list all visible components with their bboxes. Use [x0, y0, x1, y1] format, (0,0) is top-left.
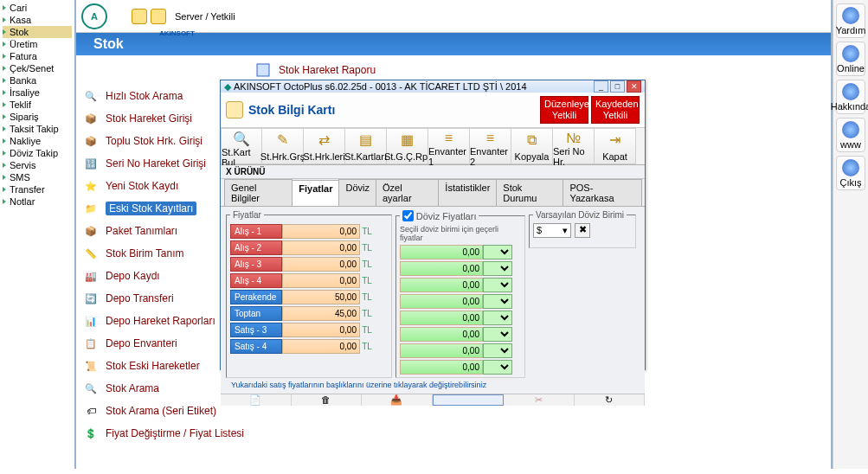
footer-delete-button[interactable]: 🗑 [292, 394, 363, 406]
tree-item[interactable]: Sipariş [3, 111, 72, 123]
tool-stkartlar[interactable]: ▤St.Kartları [345, 128, 387, 164]
tool-envanter[interactable]: ≡Envanter 1 [428, 128, 470, 164]
fx-currency-select[interactable] [483, 311, 512, 325]
footer-cut-button[interactable]: ✂ [504, 394, 575, 406]
tree-item[interactable]: Stok [3, 26, 72, 38]
server-icon[interactable] [151, 9, 166, 24]
fx-price-input[interactable] [400, 294, 483, 309]
tree-item[interactable]: Cari [3, 2, 72, 14]
tab-özel-ayarlar[interactable]: Özel ayarlar [376, 179, 439, 206]
statusbar [0, 469, 868, 474]
tab-stok-durumu[interactable]: Stok Durumu [496, 179, 563, 206]
fx-price-input[interactable] [400, 261, 483, 276]
rightbar-online[interactable]: Online [836, 42, 865, 76]
fx-currency-select[interactable] [483, 360, 512, 375]
maximize-button[interactable]: □ [610, 80, 625, 93]
fx-enable-checkbox[interactable] [402, 210, 414, 221]
price-label[interactable]: Toptan [230, 306, 282, 321]
editor-badge[interactable]: DüzenleyenYetkili [540, 96, 588, 124]
rightbar-çıkış[interactable]: Çıkış [836, 156, 865, 190]
tree-item[interactable]: Üretim [3, 38, 72, 50]
tool-stkartbul[interactable]: 🔍St.Kart Bul [221, 128, 262, 164]
tool-icon: ✎ [273, 131, 293, 150]
price-input[interactable] [282, 224, 360, 239]
tree-item[interactable]: İrsaliye [3, 86, 72, 99]
tab-genel-bilgiler[interactable]: Genel Bilgiler [224, 179, 293, 206]
globe-icon [842, 45, 859, 62]
tab-i̇statistikler[interactable]: İstatistikler [438, 179, 497, 206]
tree-item[interactable]: Notlar [3, 195, 72, 208]
price-label[interactable]: Alış - 2 [230, 240, 282, 255]
tree-item[interactable]: SMS [3, 171, 72, 183]
price-input[interactable] [282, 306, 360, 321]
tree-item[interactable]: Transfer [3, 183, 72, 195]
price-input[interactable] [282, 323, 360, 337]
price-label[interactable]: Satış - 4 [230, 339, 282, 354]
footer-save-button[interactable]: 📥 [362, 394, 433, 406]
tree-item[interactable]: Banka [3, 74, 72, 86]
rightbar-hakkında[interactable]: Hakkında [836, 80, 865, 114]
price-input[interactable] [282, 290, 360, 304]
fx-price-input[interactable] [400, 278, 483, 292]
tab-döviz[interactable]: Döviz [338, 179, 376, 206]
fx-currency-select[interactable] [483, 327, 512, 342]
fx-price-input[interactable] [400, 343, 483, 358]
price-group: Fiyatlar Alış - 1TLAlış - 2TLAlış - 3TLA… [226, 210, 392, 378]
fx-currency-select[interactable] [483, 278, 512, 292]
tool-stgrp[interactable]: ▦St.G.Ç.Rp. [387, 128, 428, 164]
rightbar-yardım[interactable]: Yardım [836, 3, 865, 38]
fx-price-input[interactable] [400, 327, 483, 342]
fx-price-input[interactable] [400, 245, 483, 259]
tree-item[interactable]: Kasa [3, 14, 72, 26]
lock-icon[interactable] [132, 9, 147, 24]
menu-icon: 🔢 [81, 155, 100, 172]
price-label[interactable]: Perakende [230, 290, 282, 304]
price-label[interactable]: Satış - 3 [230, 323, 282, 337]
card-icon [226, 101, 243, 118]
tool-sthrkleri[interactable]: ⇄St.Hrk.leri [304, 128, 345, 164]
tab-fiyatlar[interactable]: Fiyatlar [292, 180, 339, 207]
tool-envanter[interactable]: ≡Envanter 2 [470, 128, 511, 164]
footer-redo-button[interactable]: ↻ [575, 394, 646, 406]
price-input[interactable] [282, 339, 360, 354]
fx-currency-select[interactable] [483, 294, 512, 309]
fx-currency-select[interactable] [483, 261, 512, 276]
tree-item[interactable]: Çek/Senet [3, 62, 72, 74]
tool-serinohr[interactable]: №Seri No Hr. [553, 128, 595, 164]
menu-label: Depo Hareket Raporları [106, 315, 215, 327]
footer-new-button[interactable]: 📄 [221, 394, 292, 406]
minimize-button[interactable]: _ [594, 80, 608, 93]
menu-item-hidden[interactable]: Stok Hareket Raporu [253, 59, 827, 81]
currency-label: TL [360, 309, 374, 318]
tool-kopyala[interactable]: ⧉Kopyala [511, 128, 553, 164]
tree-item[interactable]: Döviz Takip [3, 147, 72, 159]
rightbar-www[interactable]: www [836, 118, 865, 152]
fx-price-input[interactable] [400, 360, 483, 375]
dialog-titlebar[interactable]: ◆ AKINSOFT OctoPlus s6.02.25d - 0013 - A… [221, 80, 645, 93]
tab-pos-yazarkasa[interactable]: POS-Yazarkasa [563, 179, 642, 206]
tree-item[interactable]: Teklif [3, 99, 72, 111]
tree-item[interactable]: Servis [3, 159, 72, 171]
tool-kapat[interactable]: ⇥Kapat [595, 128, 636, 164]
price-label[interactable]: Alış - 3 [230, 257, 282, 272]
refresh-cur-button[interactable]: ✖ [575, 223, 590, 238]
price-input[interactable] [282, 257, 360, 272]
tree-item[interactable]: Taksit Takip [3, 123, 72, 135]
tree-item[interactable]: Fatura [3, 50, 72, 62]
footer-action-button[interactable] [433, 394, 505, 406]
fx-currency-select[interactable] [483, 343, 512, 358]
tool-sthrkgr[interactable]: ✎St.Hrk.Grş [262, 128, 304, 164]
svg-rect-0 [257, 64, 269, 76]
default-cur-select[interactable]: $ ▾ [533, 223, 571, 238]
price-label[interactable]: Alış - 4 [230, 273, 282, 288]
tree-item[interactable]: Nakliye [3, 135, 72, 147]
price-label[interactable]: Alış - 1 [230, 224, 282, 239]
fx-currency-select[interactable] [483, 245, 512, 259]
stok-menu-item[interactable]: 💲Fiyat Değiştirme / Fiyat Listesi [80, 422, 827, 445]
price-input[interactable] [282, 273, 360, 288]
menu-icon: 📊 [81, 312, 100, 330]
fx-price-input[interactable] [400, 311, 483, 325]
saver-badge[interactable]: KaydedenYetkili [591, 96, 640, 124]
close-button[interactable]: ✕ [627, 80, 641, 93]
price-input[interactable] [282, 240, 360, 255]
